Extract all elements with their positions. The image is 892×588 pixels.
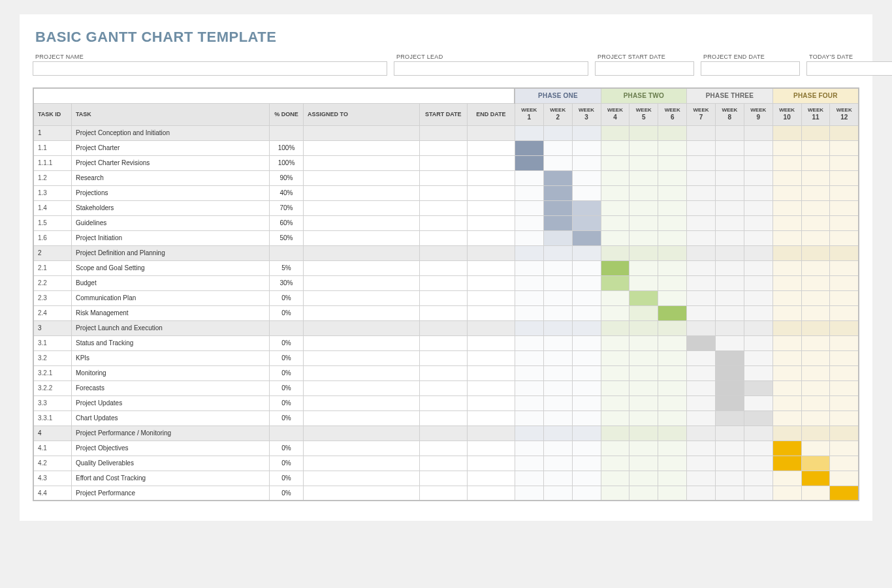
week-cell[interactable] [773, 260, 801, 275]
week-cell[interactable] [773, 350, 801, 365]
end-date-cell[interactable] [467, 471, 515, 486]
pct-done-cell[interactable]: 50% [269, 230, 303, 245]
week-cell[interactable] [629, 140, 658, 155]
task-name-cell[interactable]: Projections [71, 185, 269, 200]
start-date-cell[interactable] [419, 215, 467, 230]
week-cell[interactable] [830, 350, 859, 365]
week-cell[interactable] [744, 410, 773, 426]
week-cell[interactable] [687, 441, 716, 456]
pct-done-cell[interactable] [269, 245, 303, 260]
task-name-cell[interactable]: Effort and Cost Tracking [71, 471, 269, 486]
week-cell[interactable] [744, 215, 773, 230]
week-cell[interactable] [715, 320, 744, 335]
end-date-cell[interactable] [467, 215, 515, 230]
pct-done-cell[interactable]: 60% [269, 215, 303, 230]
week-cell[interactable] [687, 365, 716, 380]
week-cell[interactable] [515, 125, 543, 140]
week-cell[interactable] [801, 140, 830, 155]
week-cell[interactable] [515, 441, 543, 456]
pct-done-cell[interactable]: 0% [269, 456, 303, 471]
week-cell[interactable] [572, 155, 601, 170]
week-cell[interactable] [658, 410, 687, 426]
week-cell[interactable] [658, 456, 687, 471]
task-id-cell[interactable]: 4.4 [33, 486, 71, 501]
week-cell[interactable] [601, 441, 629, 456]
pct-done-cell[interactable]: 90% [269, 170, 303, 185]
week-cell[interactable] [830, 170, 859, 185]
week-cell[interactable] [515, 200, 543, 215]
week-cell[interactable] [687, 305, 716, 320]
task-name-cell[interactable]: Project Performance / Monitoring [71, 426, 269, 441]
week-cell[interactable] [543, 125, 572, 140]
assigned-to-cell[interactable] [304, 140, 420, 155]
week-cell[interactable] [744, 426, 773, 441]
week-cell[interactable] [629, 230, 658, 245]
week-cell[interactable] [687, 426, 716, 441]
end-date-cell[interactable] [467, 140, 515, 155]
week-cell[interactable] [543, 290, 572, 305]
week-cell[interactable] [744, 125, 773, 140]
assigned-to-cell[interactable] [304, 275, 420, 290]
week-cell[interactable] [801, 200, 830, 215]
week-cell[interactable] [687, 486, 716, 501]
task-name-cell[interactable]: Risk Management [71, 305, 269, 320]
pct-done-cell[interactable]: 30% [269, 275, 303, 290]
week-cell[interactable] [801, 456, 830, 471]
week-cell[interactable] [773, 155, 801, 170]
end-date-cell[interactable] [467, 350, 515, 365]
week-cell[interactable] [801, 125, 830, 140]
week-cell[interactable] [543, 365, 572, 380]
assigned-to-cell[interactable] [304, 350, 420, 365]
task-id-cell[interactable]: 1.3 [33, 185, 71, 200]
week-cell[interactable] [830, 380, 859, 395]
week-cell[interactable] [601, 305, 629, 320]
week-cell[interactable] [687, 320, 716, 335]
week-cell[interactable] [572, 441, 601, 456]
end-date-cell[interactable] [467, 275, 515, 290]
week-cell[interactable] [543, 441, 572, 456]
week-cell[interactable] [687, 215, 716, 230]
week-cell[interactable] [572, 125, 601, 140]
week-cell[interactable] [658, 380, 687, 395]
week-cell[interactable] [773, 456, 801, 471]
week-cell[interactable] [773, 426, 801, 441]
week-cell[interactable] [601, 275, 629, 290]
week-cell[interactable] [830, 230, 859, 245]
week-cell[interactable] [715, 456, 744, 471]
week-cell[interactable] [543, 350, 572, 365]
week-cell[interactable] [687, 471, 716, 486]
end-date-cell[interactable] [467, 245, 515, 260]
pct-done-cell[interactable]: 0% [269, 486, 303, 501]
week-cell[interactable] [773, 320, 801, 335]
week-cell[interactable] [773, 290, 801, 305]
task-id-cell[interactable]: 4.3 [33, 471, 71, 486]
week-cell[interactable] [830, 185, 859, 200]
week-cell[interactable] [801, 320, 830, 335]
week-cell[interactable] [744, 456, 773, 471]
start-date-cell[interactable] [419, 365, 467, 380]
week-cell[interactable] [830, 140, 859, 155]
week-cell[interactable] [773, 410, 801, 426]
week-cell[interactable] [572, 426, 601, 441]
week-cell[interactable] [601, 125, 629, 140]
start-date-cell[interactable] [419, 260, 467, 275]
week-cell[interactable] [715, 441, 744, 456]
week-cell[interactable] [572, 200, 601, 215]
end-date-cell[interactable] [467, 426, 515, 441]
week-cell[interactable] [629, 395, 658, 410]
end-date-cell[interactable] [467, 335, 515, 350]
week-cell[interactable] [687, 380, 716, 395]
start-date-cell[interactable] [419, 471, 467, 486]
week-cell[interactable] [572, 320, 601, 335]
week-cell[interactable] [744, 365, 773, 380]
week-cell[interactable] [515, 230, 543, 245]
week-cell[interactable] [744, 260, 773, 275]
end-date-cell[interactable] [467, 395, 515, 410]
task-id-cell[interactable]: 4 [33, 426, 71, 441]
week-cell[interactable] [744, 140, 773, 155]
week-cell[interactable] [572, 245, 601, 260]
week-cell[interactable] [773, 125, 801, 140]
week-cell[interactable] [801, 365, 830, 380]
task-id-cell[interactable]: 2 [33, 245, 71, 260]
assigned-to-cell[interactable] [304, 365, 420, 380]
